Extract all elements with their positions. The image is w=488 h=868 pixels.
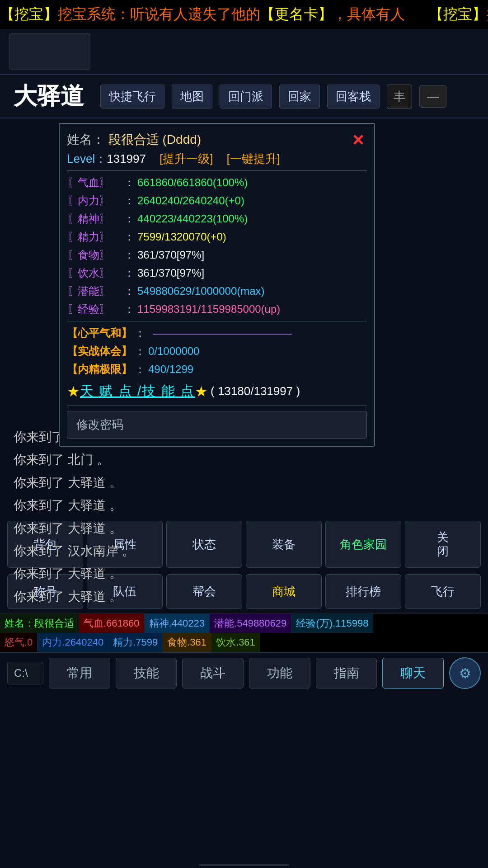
nav-common[interactable]: 常用	[49, 658, 110, 689]
nav-guide[interactable]: 指南	[316, 658, 377, 689]
nav-btn-sect[interactable]: 回门派	[220, 85, 272, 108]
log-line-4: 你来到了 大驿道 。	[14, 494, 474, 517]
char-panel: 姓名： 段很合适 (Dddd) Level：131997 [提升一级] [一键提…	[59, 123, 375, 447]
log-line-7: 你来到了 大驿道 。	[14, 562, 474, 585]
char-name: 姓名： 段很合适 (Dddd)	[67, 131, 280, 148]
skill-inner: 【内精极限】 ： 490/1299	[67, 361, 367, 377]
nav-btn-home[interactable]: 回家	[279, 85, 320, 108]
stat-nei: 〖内力〗 ： 2640240/2640240(+0)	[67, 193, 367, 209]
char-panel-header: 姓名： 段很合适 (Dddd) Level：131997 [提升一级] [一键提…	[67, 131, 367, 167]
level-up-all-button[interactable]: [一键提升]	[226, 151, 280, 167]
nav-btn-special[interactable]: 丰	[387, 85, 412, 108]
cmd-input[interactable]: C:\	[7, 662, 43, 684]
talent-row: ★ 天 赋 点 /技 能 点 ★ ( 13180/131997 )	[67, 382, 367, 401]
settings-button[interactable]: ⚙	[449, 657, 481, 689]
talent-star-right: ★	[195, 383, 208, 400]
stat-spirit: 〖精神〗 ： 440223/440223(100%)	[67, 211, 367, 227]
stat-food: 〖食物〗 ： 361/370[97%]	[67, 247, 367, 263]
status-stamina: 精力.7599	[108, 633, 163, 652]
scrollbar-hint	[199, 864, 289, 866]
level-label: Level：131997	[67, 151, 146, 167]
stats-section: 〖气血〗 ： 661860/661860(100%) 〖内力〗 ： 264024…	[67, 175, 367, 317]
nav-title: 大驿道	[14, 80, 84, 112]
status-inner: 内力.2640240	[38, 633, 108, 652]
log-line-5: 你来到了 大驿道 。	[14, 517, 474, 540]
divider3	[67, 405, 367, 406]
top-area	[0, 29, 488, 75]
divider1	[67, 170, 367, 171]
status-water: 饮水.361	[211, 633, 260, 652]
log-line-3: 你来到了 大驿道 。	[14, 472, 474, 494]
nav-combat[interactable]: 战斗	[182, 658, 244, 689]
ticker-bracket: 【挖宝】	[0, 6, 58, 22]
stat-exp: 〖经验〗 ： 1159983191/1159985000(up)	[67, 301, 367, 317]
skills-section: 【心平气和】 ： —————————————— 【实战体会】 ： 0/10000…	[67, 325, 367, 377]
stat-hp: 〖气血〗 ： 661860/661860(100%)	[67, 175, 367, 191]
log-line-2: 你来到了 北门 。	[14, 448, 474, 471]
nav-skills[interactable]: 技能	[116, 658, 177, 689]
nav-btn-map[interactable]: 地图	[172, 85, 212, 108]
bottom-nav: C:\ 常用 技能 战斗 功能 指南 聊天 ⚙	[0, 652, 488, 693]
talent-link[interactable]: 天 赋 点 /技 能 点	[80, 382, 195, 401]
stat-potential: 〖潜能〗 ： 549880629/1000000(max)	[67, 283, 367, 299]
nav-btn-inn[interactable]: 回客栈	[327, 85, 380, 108]
nav-btn-quickfly[interactable]: 快捷飞行	[100, 85, 164, 108]
skill-combat: 【实战体会】 ： 0/1000000	[67, 343, 367, 359]
divider2	[67, 321, 367, 321]
nav-functions[interactable]: 功能	[249, 658, 310, 689]
status-bar-2: 怒气.0 内力.2640240 精力.7599 食物.361 饮水.361	[0, 633, 488, 652]
stat-water: 〖饮水〗 ： 361/370[97%]	[67, 265, 367, 281]
main-content: 姓名： 段很合适 (Dddd) Level：131997 [提升一级] [一键提…	[0, 118, 488, 516]
nav-chat[interactable]: 聊天	[382, 658, 444, 689]
nav-btn-dash[interactable]: —	[419, 85, 446, 108]
ticker-bar: 【挖宝】挖宝系统：听说有人遗失了他的【更名卡】，具体有人 【挖宝】挖宝系统：听说…	[0, 0, 488, 29]
talent-values: ( 13180/131997 )	[211, 384, 300, 398]
ticker-text: 【挖宝】挖宝系统：听说有人遗失了他的【更名卡】，具体有人 【挖宝】挖宝系统：听说…	[0, 5, 488, 24]
close-panel-button[interactable]: ✕	[349, 131, 367, 149]
stat-stamina: 〖精力〗 ： 7599/1320070(+0)	[67, 229, 367, 245]
level-up-button[interactable]: [提升一级]	[160, 151, 213, 167]
settings-icon: ⚙	[459, 665, 471, 681]
log-line-6: 你来到了 汉水南岸 。	[14, 540, 474, 562]
password-button[interactable]: 修改密码	[67, 411, 367, 439]
password-row: 修改密码	[67, 411, 367, 439]
top-logo	[9, 33, 90, 70]
char-info: 姓名： 段很合适 (Dddd) Level：131997 [提升一级] [一键提…	[67, 131, 280, 167]
skill-calm: 【心平气和】 ： ——————————————	[67, 325, 367, 341]
log-line-8: 你来到了 大驿道 。	[14, 585, 474, 608]
char-level-row: Level：131997 [提升一级] [一键提升]	[67, 151, 280, 167]
nav-bar: 大驿道 快捷飞行 地图 回门派 回家 回客栈 丰 —	[0, 75, 488, 118]
status-food: 食物.361	[163, 633, 211, 652]
status-anger: 怒气.0	[0, 633, 38, 652]
talent-star-left: ★	[67, 383, 80, 400]
